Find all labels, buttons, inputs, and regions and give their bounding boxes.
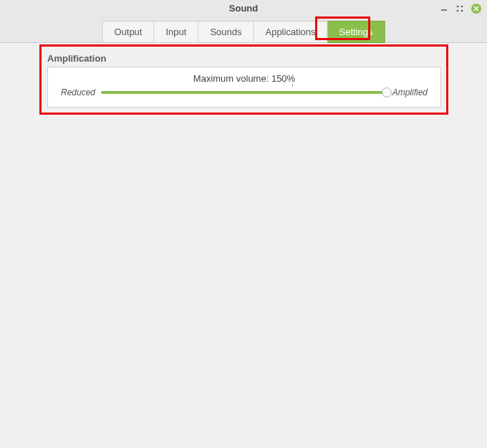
content-area: Amplification Maximum volume: 150% Reduc… xyxy=(0,43,487,49)
titlebar: Sound Output Input Sounds Applications S… xyxy=(0,0,487,43)
volume-slider-row: Reduced Amplified xyxy=(61,87,428,98)
slider-thumb[interactable] xyxy=(382,87,392,97)
reduced-label: Reduced xyxy=(61,87,95,97)
tab-input[interactable]: Input xyxy=(154,21,198,43)
tab-applications[interactable]: Applications xyxy=(254,21,327,43)
svg-point-3 xyxy=(457,10,459,12)
slider-tick-100 xyxy=(292,84,293,87)
amplification-section: Amplification Maximum volume: 150% Reduc… xyxy=(47,53,441,108)
tab-sounds[interactable]: Sounds xyxy=(198,21,254,43)
section-title: Amplification xyxy=(47,53,441,64)
svg-point-2 xyxy=(461,6,463,8)
max-volume-label: Maximum volume: 150% xyxy=(61,73,428,84)
window-controls xyxy=(440,4,481,14)
minimize-button[interactable] xyxy=(440,4,448,13)
close-button[interactable] xyxy=(471,4,481,14)
amplification-panel: Maximum volume: 150% Reduced Amplified xyxy=(47,67,441,108)
window-title: Sound xyxy=(0,0,487,14)
amplified-label: Amplified xyxy=(392,87,428,97)
max-volume-slider[interactable] xyxy=(101,87,387,98)
tab-output[interactable]: Output xyxy=(102,21,154,43)
maximize-button[interactable] xyxy=(455,4,464,13)
tab-bar: Output Input Sounds Applications Setting… xyxy=(102,21,385,43)
svg-point-1 xyxy=(457,6,459,8)
slider-track-fill xyxy=(101,91,387,94)
tab-settings[interactable]: Settings xyxy=(328,21,385,43)
svg-point-4 xyxy=(461,10,463,12)
